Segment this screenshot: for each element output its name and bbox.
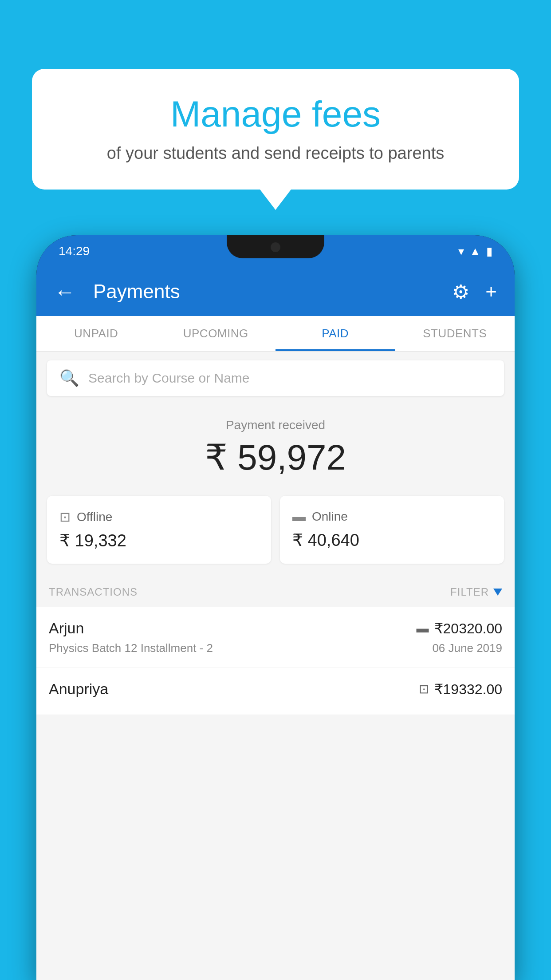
transaction-row[interactable]: Anupriya ⊡ ₹19332.00 <box>36 668 515 715</box>
transaction-amount-wrap: ⊡ ₹19332.00 <box>419 681 502 698</box>
app-bar-actions: ⚙ + <box>452 281 497 303</box>
search-icon: 🔍 <box>59 369 79 387</box>
transaction-amount: ₹19332.00 <box>434 681 502 698</box>
phone-content: 🔍 Search by Course or Name Payment recei… <box>36 352 515 980</box>
filter-label: FILTER <box>450 586 489 598</box>
settings-icon[interactable]: ⚙ <box>452 281 469 303</box>
camera <box>271 242 280 252</box>
transaction-amount: ₹20320.00 <box>434 620 502 637</box>
add-icon[interactable]: + <box>485 281 497 303</box>
tab-upcoming[interactable]: UPCOMING <box>156 316 276 351</box>
transactions-header: TRANSACTIONS FILTER <box>36 577 515 607</box>
online-card-header: ▬ Online <box>292 509 492 524</box>
online-label: Online <box>312 510 348 524</box>
filter-button[interactable]: FILTER <box>450 586 502 598</box>
offline-amount: ₹ 19,332 <box>59 531 259 550</box>
status-icons: ▾ ▲ ▮ <box>458 245 492 258</box>
transaction-date: 06 June 2019 <box>432 641 502 655</box>
tab-paid[interactable]: PAID <box>276 316 395 351</box>
online-card: ▬ Online ₹ 40,640 <box>280 496 504 564</box>
transaction-name: Anupriya <box>49 680 108 698</box>
tab-unpaid[interactable]: UNPAID <box>36 316 156 351</box>
payment-received-label: Payment received <box>36 418 515 432</box>
payment-cards-row: ⊡ Offline ₹ 19,332 ▬ Online ₹ 40,640 <box>36 496 515 577</box>
transaction-amount-wrap: ▬ ₹20320.00 <box>417 620 502 637</box>
offline-label: Offline <box>77 510 112 524</box>
payment-type-icon: ▬ <box>417 621 429 636</box>
app-bar: ← Payments ⚙ + <box>36 267 515 316</box>
app-bar-title: Payments <box>93 281 439 303</box>
battery-icon: ▮ <box>486 245 492 258</box>
offline-card-header: ⊡ Offline <box>59 509 259 525</box>
speech-bubble: Manage fees of your students and send re… <box>32 69 519 190</box>
transaction-top: Arjun ▬ ₹20320.00 <box>49 620 502 637</box>
online-amount: ₹ 40,640 <box>292 530 492 550</box>
tab-students[interactable]: STUDENTS <box>395 316 515 351</box>
cash-icon: ⊡ <box>59 509 71 525</box>
payment-type-icon: ⊡ <box>419 682 429 696</box>
payment-received-section: Payment received ₹ 59,972 <box>36 405 515 496</box>
status-time: 14:29 <box>59 244 90 258</box>
wifi-icon: ▾ <box>458 245 464 258</box>
transaction-row[interactable]: Arjun ▬ ₹20320.00 Physics Batch 12 Insta… <box>36 607 515 668</box>
card-icon: ▬ <box>292 509 306 524</box>
tabs: UNPAID UPCOMING PAID STUDENTS <box>36 316 515 352</box>
transaction-course: Physics Batch 12 Installment - 2 <box>49 641 213 655</box>
transaction-name: Arjun <box>49 620 84 637</box>
filter-icon <box>493 589 502 596</box>
phone-frame: 14:29 ▾ ▲ ▮ ← Payments ⚙ + UNPAID UPCOMI… <box>36 235 515 980</box>
signal-icon: ▲ <box>469 245 481 258</box>
search-input[interactable]: Search by Course or Name <box>88 371 250 386</box>
transactions-label: TRANSACTIONS <box>49 586 138 598</box>
transaction-top: Anupriya ⊡ ₹19332.00 <box>49 680 502 698</box>
bubble-subtitle: of your students and send receipts to pa… <box>59 144 492 163</box>
offline-card: ⊡ Offline ₹ 19,332 <box>47 496 271 564</box>
phone-notch <box>227 235 324 258</box>
payment-received-amount: ₹ 59,972 <box>36 437 515 478</box>
bubble-title: Manage fees <box>59 93 492 135</box>
transaction-bottom: Physics Batch 12 Installment - 2 06 June… <box>49 641 502 655</box>
back-button[interactable]: ← <box>54 280 75 304</box>
search-bar[interactable]: 🔍 Search by Course or Name <box>47 360 504 396</box>
